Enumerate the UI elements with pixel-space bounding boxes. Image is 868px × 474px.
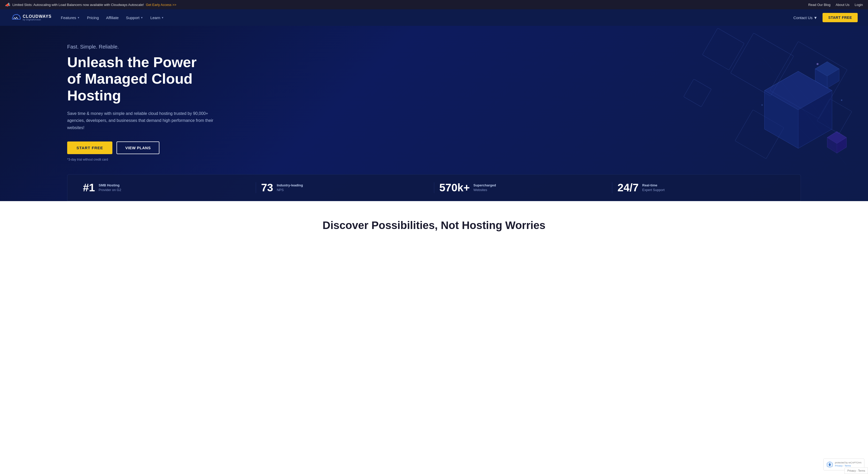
top-bar-announcement: 📣 Limited Slots: Autoscaling with Load B… xyxy=(5,2,177,7)
hex-decoration-5 xyxy=(735,109,784,159)
stat-number-support: 24/7 xyxy=(617,182,639,193)
svg-marker-3 xyxy=(798,91,832,148)
svg-line-12 xyxy=(762,57,846,165)
stat-desc-rank: SMB Hosting Provider on G2 xyxy=(99,183,121,192)
nav-affiliate[interactable]: Affiliate xyxy=(106,15,119,20)
hero-view-plans-button[interactable]: VIEW PLANS xyxy=(117,141,159,154)
hex-decoration-4 xyxy=(817,99,852,134)
svg-point-17 xyxy=(841,99,842,101)
contact-chevron: ▼ xyxy=(813,15,817,20)
svg-marker-5 xyxy=(815,62,839,88)
svg-marker-7 xyxy=(827,69,839,88)
svg-marker-6 xyxy=(815,62,839,76)
stat-desc-websites: Supercharged Websites xyxy=(473,183,496,192)
top-bar: 📣 Limited Slots: Autoscaling with Load B… xyxy=(0,0,868,9)
top-bar-links: Read Our Blog About Us Login xyxy=(808,3,863,7)
pricing-link[interactable]: Pricing xyxy=(87,15,99,20)
megaphone-icon: 📣 xyxy=(5,2,10,7)
nav-features[interactable]: Features ▼ xyxy=(61,15,80,20)
hero-start-free-button[interactable]: START FREE xyxy=(67,141,113,154)
nav-left: CLOUDWAYS by DigitalOcean Features ▼ Pri… xyxy=(10,13,164,22)
hero-title: Unleash the Power of Managed Cloud Hosti… xyxy=(67,54,212,104)
trial-note: *3-day trial without credit card xyxy=(67,158,222,161)
bottom-section: Discover Possibilities, Not Hosting Worr… xyxy=(0,201,868,250)
nav-right: Contact Us ▼ START FREE xyxy=(793,13,858,22)
stats-bar: #1 SMB Hosting Provider on G2 73 Industr… xyxy=(67,174,801,201)
brand-sub: by DigitalOcean xyxy=(23,19,52,21)
svg-marker-1 xyxy=(765,71,832,148)
stat-desc-nps: Industry-leading NPS xyxy=(277,183,303,192)
hero-content: Fast. Simple. Reliable. Unleash the Powe… xyxy=(0,26,232,174)
nav-support[interactable]: Support ▼ xyxy=(126,15,143,20)
nav-learn[interactable]: Learn ▼ xyxy=(150,15,164,20)
features-link[interactable]: Features ▼ xyxy=(61,15,80,20)
read-blog-link[interactable]: Read Our Blog xyxy=(808,3,831,7)
svg-marker-4 xyxy=(765,91,798,148)
stat-item-rank: #1 SMB Hosting Provider on G2 xyxy=(78,182,256,193)
support-chevron: ▼ xyxy=(141,16,143,19)
hex-decoration-1 xyxy=(730,33,794,96)
hero-tagline: Fast. Simple. Reliable. xyxy=(67,44,222,50)
stat-number-rank: #1 xyxy=(83,182,95,193)
stat-item-support: 24/7 Real-time Expert Support xyxy=(612,182,790,193)
logo-text: CLOUDWAYS by DigitalOcean xyxy=(23,14,52,21)
logo-link[interactable]: CLOUDWAYS by DigitalOcean xyxy=(10,13,52,22)
svg-marker-2 xyxy=(765,71,832,110)
hero-description: Save time & money with simple and reliab… xyxy=(67,110,217,131)
announcement-text: Limited Slots: Autoscaling with Load Bal… xyxy=(12,3,144,7)
learn-chevron: ▼ xyxy=(161,16,164,19)
contact-us-link[interactable]: Contact Us ▼ xyxy=(793,15,817,20)
stat-desc-support: Real-time Expert Support xyxy=(642,183,665,192)
bottom-title: Discover Possibilities, Not Hosting Worr… xyxy=(10,219,858,232)
svg-line-15 xyxy=(786,57,846,134)
early-access-link[interactable]: Get Early Access >> xyxy=(146,3,177,7)
logo-icon xyxy=(10,13,21,22)
brand-name: CLOUDWAYS xyxy=(23,14,52,19)
svg-point-18 xyxy=(761,104,763,106)
learn-link[interactable]: Learn ▼ xyxy=(150,15,164,20)
svg-point-16 xyxy=(816,63,818,65)
svg-marker-10 xyxy=(827,131,846,143)
features-chevron: ▼ xyxy=(77,16,80,19)
hero-section: Fast. Simple. Reliable. Unleash the Powe… xyxy=(0,26,868,201)
about-us-link[interactable]: About Us xyxy=(836,3,849,7)
support-link[interactable]: Support ▼ xyxy=(126,15,143,20)
hex-decoration-3 xyxy=(702,28,745,70)
affiliate-link[interactable]: Affiliate xyxy=(106,15,119,20)
start-free-nav-button[interactable]: START FREE xyxy=(823,13,858,22)
hex-decoration-6 xyxy=(683,79,711,107)
svg-marker-11 xyxy=(837,138,846,154)
nav-links: Features ▼ Pricing Affiliate Support ▼ xyxy=(61,15,164,20)
stat-number-nps: 73 xyxy=(261,182,273,193)
hero-buttons: START FREE VIEW PLANS xyxy=(67,141,222,154)
svg-line-14 xyxy=(750,76,834,165)
svg-line-13 xyxy=(774,57,846,148)
login-link[interactable]: Login xyxy=(855,3,863,7)
hex-decoration-2 xyxy=(770,41,847,119)
3d-block-graphic xyxy=(749,57,847,165)
stat-item-websites: 570k+ Supercharged Websites xyxy=(434,182,612,193)
svg-marker-9 xyxy=(827,131,846,153)
navbar: CLOUDWAYS by DigitalOcean Features ▼ Pri… xyxy=(0,9,868,26)
svg-marker-8 xyxy=(815,69,827,88)
nav-pricing[interactable]: Pricing xyxy=(87,15,99,20)
stat-number-websites: 570k+ xyxy=(439,182,470,193)
stat-item-nps: 73 Industry-leading NPS xyxy=(256,182,434,193)
